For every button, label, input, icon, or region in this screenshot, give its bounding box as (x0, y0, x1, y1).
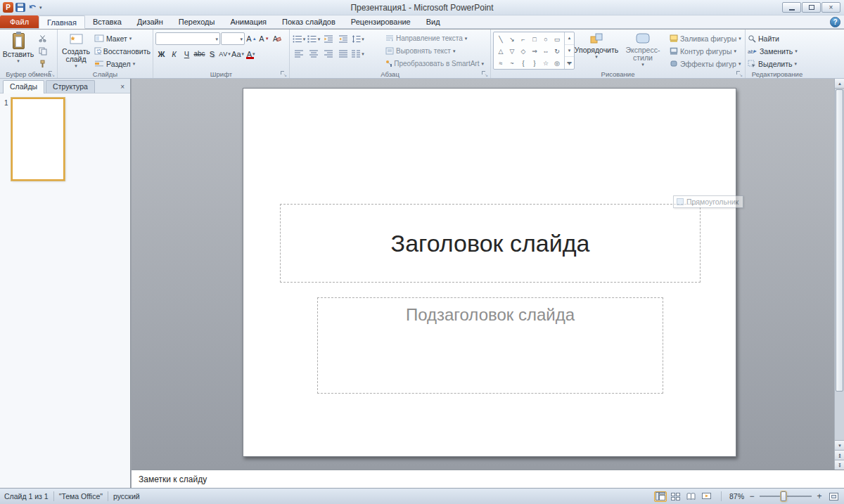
cut-button[interactable] (37, 32, 49, 44)
justify-button[interactable] (336, 48, 350, 60)
shrink-font-button[interactable]: А▼ (258, 33, 270, 45)
zoom-level-label[interactable]: 87% (729, 492, 744, 500)
close-button[interactable]: × (821, 2, 840, 13)
slide-sorter-view-button[interactable] (670, 491, 682, 502)
notes-pane[interactable]: Заметки к слайду (132, 470, 844, 488)
text-direction-button[interactable]: Направление текста▾ (385, 32, 484, 44)
tab-view[interactable]: Вид (418, 15, 448, 28)
shape-icon[interactable]: ⇒ (529, 45, 540, 57)
scroll-up-icon[interactable]: ▲ (835, 79, 844, 89)
section-button[interactable]: Раздел▾ (94, 58, 151, 70)
powerpoint-app-icon[interactable]: P (3, 2, 13, 13)
undo-icon[interactable] (27, 3, 37, 13)
paste-button[interactable]: Вставить ▾ (2, 32, 34, 70)
zoom-slider-thumb[interactable] (781, 491, 786, 501)
dialog-launcher-icon[interactable] (280, 70, 287, 77)
shape-icon[interactable]: ▭ (551, 33, 563, 45)
shape-icon[interactable]: ◎ (551, 57, 563, 69)
shape-icon[interactable]: ╲ (495, 33, 506, 45)
shape-icon[interactable]: ▽ (506, 45, 518, 57)
tab-animations[interactable]: Анимация (222, 15, 274, 28)
align-text-button[interactable]: Выровнять текст▾ (385, 45, 484, 57)
italic-button[interactable]: К (168, 48, 180, 60)
help-icon[interactable]: ? (830, 17, 840, 27)
grow-font-button[interactable]: А▲ (245, 33, 257, 45)
line-spacing-button[interactable]: ▾ (351, 33, 365, 45)
tab-review[interactable]: Рецензирование (343, 15, 418, 28)
reading-view-button[interactable] (685, 491, 698, 502)
character-spacing-button[interactable]: АV▾ (219, 48, 231, 60)
qat-dropdown-icon[interactable]: ▾ (39, 5, 42, 10)
columns-button[interactable]: ▾ (351, 48, 365, 60)
shape-icon[interactable]: △ (495, 45, 506, 57)
subtitle-placeholder[interactable]: Подзаголовок слайда (317, 297, 663, 394)
title-placeholder[interactable]: Заголовок слайда (280, 204, 701, 283)
fit-to-window-button[interactable] (827, 491, 840, 502)
pane-close-icon[interactable]: × (117, 83, 127, 91)
arrange-button[interactable]: Упорядочить ▾ (577, 32, 616, 70)
layout-button[interactable]: Макет▾ (94, 32, 151, 44)
align-right-button[interactable] (321, 48, 335, 60)
shapes-scroll-down-icon[interactable]: ▼ (565, 44, 574, 57)
language-label[interactable]: русский (113, 492, 140, 500)
scrollbar-thumb[interactable] (836, 89, 843, 392)
new-slide-button[interactable]: Создать слайд ▾ (60, 32, 92, 70)
tab-transitions[interactable]: Переходы (171, 15, 223, 28)
shape-icon[interactable]: } (529, 57, 540, 69)
dialog-launcher-icon[interactable] (48, 70, 55, 77)
quick-styles-button[interactable]: Экспресс-стили ▾ (618, 32, 667, 70)
change-case-button[interactable]: Аа▾ (231, 48, 244, 60)
replace-button[interactable]: abЗаменить▾ (748, 45, 807, 57)
reset-button[interactable]: Восстановить (94, 45, 151, 57)
shapes-more-icon[interactable]: ▬▼ (565, 56, 574, 69)
align-left-button[interactable] (292, 48, 306, 60)
tab-outline-pane[interactable]: Структура (46, 80, 95, 93)
bullets-button[interactable]: ▾ (292, 33, 306, 45)
shape-icon[interactable]: ≈ (495, 57, 506, 69)
zoom-in-icon[interactable]: + (814, 491, 824, 501)
find-button[interactable]: Найти (748, 32, 807, 44)
dialog-launcher-icon[interactable] (736, 70, 743, 77)
font-color-button[interactable]: А▾ (245, 48, 257, 60)
previous-slide-button[interactable]: ▲▲ (835, 450, 844, 460)
shapes-scroll-up-icon[interactable]: ▲ (565, 32, 574, 44)
shape-icon[interactable]: □ (529, 33, 540, 45)
convert-smartart-button[interactable]: Преобразовать в SmartArt▾ (385, 58, 484, 70)
font-name-combo[interactable]: ▾ (155, 32, 220, 45)
bold-button[interactable]: Ж (155, 48, 167, 60)
clear-formatting-button[interactable]: А (271, 33, 283, 45)
save-icon[interactable] (15, 3, 25, 12)
slide-thumbnail[interactable] (11, 98, 65, 181)
tab-slideshow[interactable]: Показ слайдов (274, 15, 343, 28)
shape-effects-button[interactable]: Эффекты фигур▾ (670, 58, 741, 70)
shape-icon[interactable]: { (518, 57, 529, 69)
dialog-launcher-icon[interactable] (481, 70, 488, 77)
scroll-down-icon[interactable]: ▼ (835, 440, 844, 450)
shape-icon[interactable]: ~ (506, 57, 518, 69)
tab-insert[interactable]: Вставка (85, 15, 129, 28)
normal-view-button[interactable] (654, 491, 667, 502)
strikethrough-button[interactable]: abc (193, 48, 205, 60)
underline-button[interactable]: Ч (181, 48, 193, 60)
shape-outline-button[interactable]: Контур фигуры▾ (670, 45, 741, 57)
shape-icon[interactable]: ⇔ (540, 45, 551, 57)
maximize-button[interactable] (802, 2, 821, 13)
tab-home[interactable]: Главная (39, 15, 85, 29)
zoom-out-icon[interactable]: − (747, 491, 757, 501)
vertical-scrollbar[interactable]: ▲ ▼ ▲▲ ▼▼ (834, 79, 844, 470)
align-center-button[interactable] (307, 48, 321, 60)
zoom-slider[interactable] (760, 491, 812, 501)
minimize-button[interactable] (782, 2, 801, 13)
increase-indent-button[interactable] (336, 33, 350, 45)
next-slide-button[interactable]: ▼▼ (835, 460, 844, 470)
decrease-indent-button[interactable] (321, 33, 335, 45)
shape-icon[interactable]: ◇ (518, 45, 529, 57)
slideshow-view-button[interactable] (701, 491, 713, 502)
shape-icon[interactable]: ↘ (506, 33, 518, 45)
slide-canvas[interactable]: Заголовок слайда Подзаголовок слайда (243, 88, 736, 457)
shape-icon[interactable]: ☆ (540, 57, 551, 69)
shape-icon[interactable]: ↻ (551, 45, 563, 57)
tab-file[interactable]: Файл (0, 15, 39, 28)
format-painter-button[interactable] (37, 58, 49, 70)
theme-label[interactable]: "Тема Office" (59, 492, 103, 500)
